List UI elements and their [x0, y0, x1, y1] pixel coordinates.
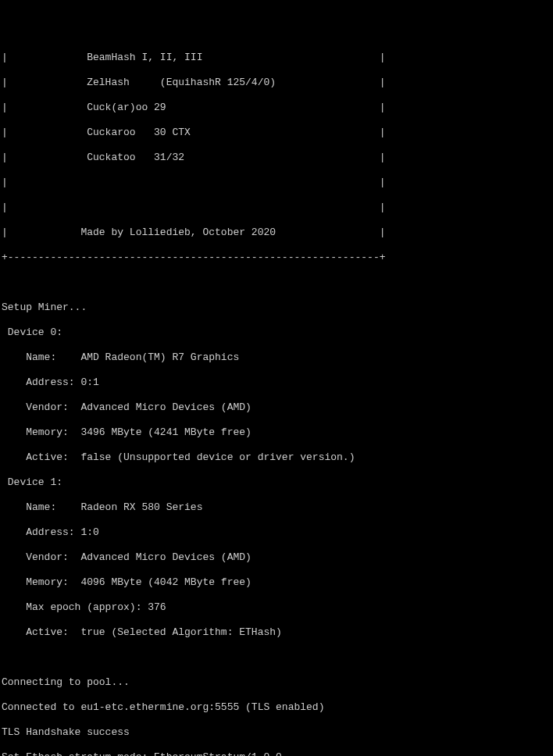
device-1-name: Name: Radeon RX 580 Series: [2, 501, 551, 514]
device-1-address: Address: 1:0: [2, 526, 551, 539]
device-0-header: Device 0:: [2, 326, 551, 339]
device-1-vendor: Vendor: Advanced Micro Devices (AMD): [2, 551, 551, 564]
device-1-epoch: Max epoch (approx): 376: [2, 601, 551, 614]
setup-title: Setup Miner...: [2, 301, 551, 314]
banner-line: | Made by Lolliedieb, October 2020 |: [2, 226, 551, 239]
banner-line: | Cuckaroo 30 CTX |: [2, 127, 551, 139]
banner-line: +---------------------------------------…: [2, 251, 551, 264]
device-0-address: Address: 0:1: [2, 376, 551, 389]
connected-line: Connected to eu1-etc.ethermine.org:5555 …: [2, 701, 551, 714]
blank-line: [2, 276, 551, 289]
banner-line: | |: [2, 177, 551, 189]
banner-line: | ZelHash (EquihashR 125/4/0) |: [2, 77, 551, 89]
banner-line: | |: [2, 201, 551, 214]
device-0-memory: Memory: 3496 MByte (4241 MByte free): [2, 426, 551, 439]
device-1-header: Device 1:: [2, 476, 551, 489]
banner-line: | Cuckatoo 31/32 |: [2, 152, 551, 164]
connecting-line: Connecting to pool...: [2, 676, 551, 689]
stratum-mode-line: Set Ethash stratum mode: EthereumStratum…: [2, 751, 551, 756]
banner-line: | Cuck(ar)oo 29 |: [2, 102, 551, 114]
device-1-memory: Memory: 4096 MByte (4042 MByte free): [2, 576, 551, 589]
banner-line: | BeamHash I, II, III |: [2, 52, 551, 64]
device-0-active: Active: false (Unsupported device or dri…: [2, 451, 551, 464]
blank-line: [2, 651, 551, 664]
device-0-name: Name: AMD Radeon(TM) R7 Graphics: [2, 351, 551, 364]
tls-line: TLS Handshake success: [2, 726, 551, 739]
device-1-active: Active: true (Selected Algorithm: ETHash…: [2, 626, 551, 639]
device-0-vendor: Vendor: Advanced Micro Devices (AMD): [2, 401, 551, 414]
